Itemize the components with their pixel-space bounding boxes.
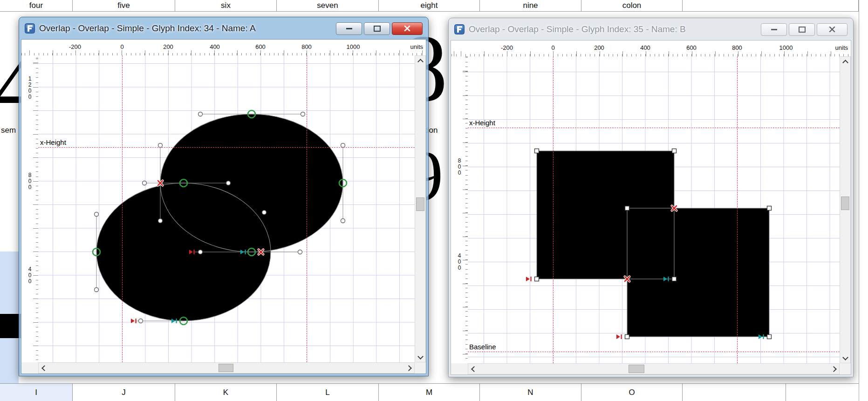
ruler-label: 800 [732, 44, 742, 51]
glyph-name-cell[interactable]: five [73, 0, 175, 11]
ruler-label: 1200 [27, 76, 32, 100]
x-height-label: x-Height [40, 138, 66, 146]
chevron-up-icon [842, 60, 848, 66]
glyph-letter-cell[interactable]: N [480, 384, 581, 401]
glyph-canvas-a[interactable]: x-Height [38, 55, 415, 362]
scroll-down-arrow[interactable] [415, 353, 425, 362]
close-icon [404, 26, 410, 31]
ruler-label: 400 [457, 253, 462, 271]
advance-width-guide-line[interactable] [307, 55, 307, 362]
ruler-label: 1000 [347, 43, 360, 50]
glyph-name-cell[interactable]: four [0, 0, 73, 11]
glyph-letter-cell[interactable]: M [379, 384, 480, 401]
horizontal-scroll-thumb[interactable] [219, 364, 233, 372]
ruler-label: 200 [163, 43, 173, 50]
glyph-shape-ellipses[interactable] [96, 114, 343, 321]
chevron-left-icon [471, 366, 477, 372]
glyph-letter-cell-empty [786, 384, 859, 401]
scrollbar-corner [840, 363, 851, 374]
glyph-letter-cell[interactable]: I [0, 384, 73, 401]
x-height-guide-line[interactable] [468, 128, 840, 128]
horizontal-scrollbar[interactable] [38, 362, 415, 374]
minimize-icon [771, 29, 777, 30]
horizontal-scroll-thumb[interactable] [629, 365, 644, 373]
glyph-outline-a[interactable] [38, 55, 415, 362]
ruler-label: 800 [301, 43, 312, 50]
maximize-icon [799, 27, 806, 33]
editor-content-a: -200 0 200 400 600 800 1000 units 1200 8… [21, 40, 426, 374]
editor-content-b: -200 0 200 400 600 800 1000 units 800 40… [451, 41, 851, 374]
scroll-right-arrow[interactable] [830, 364, 839, 374]
chevron-right-icon [406, 365, 412, 371]
origin-guide-line[interactable] [553, 56, 554, 363]
maximize-button[interactable] [364, 22, 390, 35]
glyph-shape-rectangles[interactable] [537, 151, 769, 337]
close-button[interactable] [392, 22, 423, 35]
glyph-canvas-b[interactable]: x-Height Baseline [468, 56, 840, 363]
chevron-left-icon [41, 365, 48, 371]
ruler-label: -200 [501, 44, 513, 51]
x-height-guide-line[interactable] [38, 147, 415, 148]
advance-width-guide-line[interactable] [737, 56, 738, 363]
baseline-guide-line[interactable] [468, 352, 840, 352]
scroll-up-arrow[interactable] [840, 57, 850, 66]
scroll-up-arrow[interactable] [415, 56, 425, 65]
chevron-down-icon [842, 354, 848, 360]
ruler-units-label: units [835, 44, 848, 51]
window-controls [336, 22, 423, 35]
vertical-scroll-thumb[interactable] [841, 197, 849, 210]
app-icon [25, 23, 35, 34]
titlebar-a[interactable]: Overlap - Overlap - Simple - Glyph Index… [19, 17, 428, 40]
glyph-window-a: Overlap - Overlap - Simple - Glyph Index… [19, 17, 429, 376]
vertical-scrollbar[interactable] [415, 55, 426, 362]
glyph-name-cell[interactable]: eight [379, 0, 480, 11]
ruler-label: 1000 [779, 44, 793, 51]
window-controls [761, 23, 847, 36]
glyph-name-cell[interactable]: nine [480, 0, 581, 11]
close-icon [829, 27, 835, 32]
vertical-scrollbar[interactable] [840, 56, 851, 363]
horizontal-ruler[interactable]: -200 0 200 400 600 800 1000 units [21, 40, 426, 56]
ruler-label: 400 [640, 44, 650, 51]
glyph-letter-cell[interactable]: O [581, 384, 683, 401]
vertical-ruler[interactable] [21, 55, 39, 362]
glyph-name-cell[interactable]: colon [581, 0, 683, 11]
app-icon [454, 24, 465, 34]
window-title: Overlap - Overlap - Simple - Glyph Index… [469, 24, 686, 34]
scroll-left-arrow[interactable] [39, 363, 48, 373]
sheet-right-border [859, 0, 859, 401]
minimize-icon [346, 28, 352, 29]
glyph-name-header-row: four five six seven eight nine colon [0, 0, 859, 12]
minimize-button[interactable] [336, 22, 362, 35]
ruler-label: 600 [686, 44, 697, 51]
titlebar-b[interactable]: Overlap - Overlap - Simple - Glyph Index… [449, 18, 853, 41]
horizontal-scrollbar[interactable] [468, 363, 840, 374]
scroll-left-arrow[interactable] [468, 364, 478, 374]
glyph-letter-cell[interactable]: K [175, 384, 277, 401]
glyph-letter-cell-empty[interactable] [683, 384, 786, 401]
ruler-label: 200 [594, 44, 604, 51]
scroll-right-arrow[interactable] [405, 363, 414, 373]
vertical-ruler[interactable] [451, 56, 468, 363]
ruler-label: 0 [120, 43, 123, 50]
scroll-down-arrow[interactable] [840, 353, 850, 363]
maximize-button[interactable] [789, 23, 815, 36]
vertical-scroll-thumb[interactable] [416, 197, 424, 211]
chevron-up-icon [417, 59, 424, 65]
glyph-name-cell-empty[interactable] [683, 0, 859, 11]
minimize-button[interactable] [761, 23, 787, 36]
glyph-name-cell[interactable]: six [175, 0, 277, 11]
window-title: Overlap - Overlap - Simple - Glyph Index… [39, 23, 256, 34]
glyph-window-b: Overlap - Overlap - Simple - Glyph Index… [448, 18, 854, 377]
glyph-name-cell[interactable]: seven [277, 0, 379, 11]
origin-guide-line[interactable] [122, 55, 123, 362]
chevron-right-icon [831, 366, 837, 372]
glyph-letter-cell[interactable]: L [277, 384, 379, 401]
glyph-letter-cell[interactable]: J [73, 384, 175, 401]
close-button[interactable] [817, 23, 847, 36]
ruler-label: 400 [27, 266, 32, 285]
ruler-label: 800 [27, 172, 32, 190]
scrollbar-corner [415, 362, 426, 374]
horizontal-ruler[interactable]: -200 0 200 400 600 800 1000 units [451, 41, 851, 57]
glyph-outline-b[interactable] [468, 56, 840, 363]
